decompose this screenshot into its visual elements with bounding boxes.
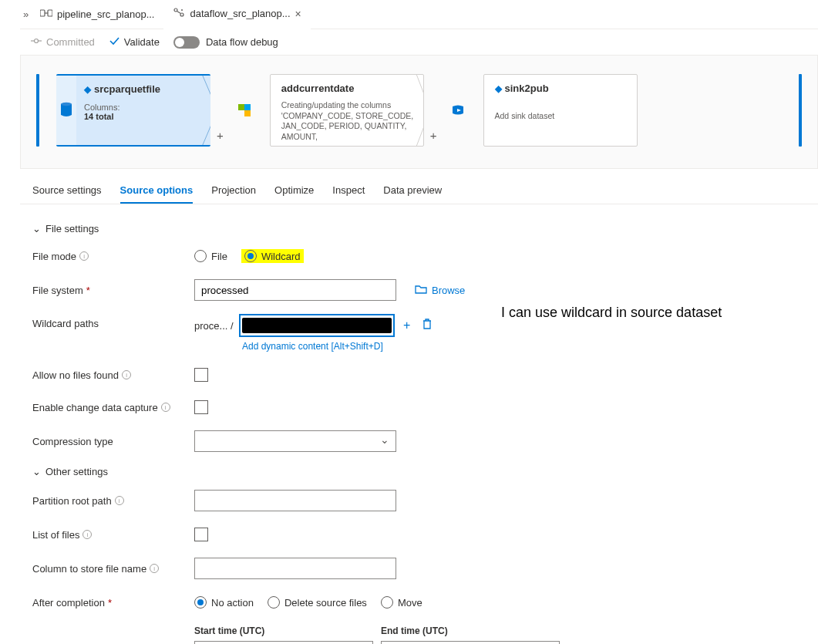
tab-data-preview[interactable]: Data preview xyxy=(383,184,442,204)
add-path-button[interactable]: + xyxy=(400,319,414,332)
chevron-down-icon: ⌄ xyxy=(32,466,41,477)
redacted-content xyxy=(242,318,392,333)
list-of-files-checkbox[interactable] xyxy=(194,528,208,541)
info-icon[interactable]: i xyxy=(79,251,89,261)
file-mode-file-radio[interactable]: File xyxy=(194,250,227,262)
add-step-button[interactable]: + xyxy=(217,129,224,147)
commit-icon xyxy=(31,35,42,49)
transform-icon xyxy=(236,102,253,119)
chevron-down-icon: ⌄ xyxy=(32,223,41,234)
start-time-input[interactable] xyxy=(194,641,373,644)
info-icon[interactable]: i xyxy=(161,403,170,412)
end-time-input[interactable] xyxy=(381,641,560,644)
tab-dataflow[interactable]: dataflow_src_planop... × xyxy=(163,0,310,29)
committed-status: Committed xyxy=(31,35,95,49)
canvas-right-edge xyxy=(799,74,802,147)
pipeline-icon xyxy=(40,8,52,21)
source-db-icon xyxy=(59,101,73,120)
svg-point-4 xyxy=(180,13,183,16)
other-settings-section[interactable]: ⌄ Other settings xyxy=(32,466,806,477)
node-source[interactable]: ◆srcparquetfile Columns: 14 total xyxy=(56,74,210,147)
enable-cdc-checkbox[interactable] xyxy=(194,400,208,414)
validate-button[interactable]: Validate xyxy=(109,35,160,49)
info-icon[interactable]: i xyxy=(82,530,92,539)
source-config-tabs: Source settings Source options Projectio… xyxy=(20,169,818,204)
tab-source-options[interactable]: Source options xyxy=(120,184,194,204)
user-annotation: I can use wildcard in source dataset xyxy=(501,305,722,321)
svg-rect-11 xyxy=(238,104,244,110)
node-derived-column[interactable]: addcurrentdate Creating/updating the col… xyxy=(270,74,424,147)
start-time-label: Start time (UTC) xyxy=(194,625,373,636)
node-connector-icon xyxy=(416,74,424,147)
dataflow-toolbar: Committed Validate Data flow debug xyxy=(20,29,818,55)
add-dynamic-content-link[interactable]: Add dynamic content [Alt+Shift+D] xyxy=(242,341,434,352)
svg-point-9 xyxy=(61,102,72,105)
svg-point-6 xyxy=(35,39,39,43)
folder-icon xyxy=(415,284,427,297)
canvas-left-edge xyxy=(36,74,39,147)
debug-toggle[interactable] xyxy=(173,36,200,49)
info-icon[interactable]: i xyxy=(150,564,159,573)
debug-label: Data flow debug xyxy=(206,36,278,48)
svg-rect-13 xyxy=(244,104,251,110)
info-icon[interactable]: i xyxy=(122,370,131,379)
wildcard-prefix: proce... / xyxy=(194,320,234,332)
column-store-filename-input[interactable] xyxy=(194,558,396,579)
sink-arrow-icon xyxy=(449,102,466,119)
svg-point-3 xyxy=(174,8,177,12)
file-mode-wildcard-radio[interactable]: Wildcard xyxy=(241,249,304,263)
after-completion-delete-radio[interactable]: Delete source files xyxy=(268,596,367,609)
end-time-label: End time (UTC) xyxy=(381,625,574,636)
allow-no-files-checkbox[interactable] xyxy=(194,368,208,382)
svg-rect-12 xyxy=(244,110,251,116)
after-completion-move-radio[interactable]: Move xyxy=(381,596,422,609)
node-connector-icon xyxy=(201,74,210,147)
tab-pipeline-label: pipeline_src_planop... xyxy=(57,8,154,20)
add-step-button[interactable]: + xyxy=(430,129,437,147)
close-icon[interactable]: × xyxy=(295,8,301,20)
wildcard-path-input[interactable] xyxy=(240,315,394,336)
tab-source-settings[interactable]: Source settings xyxy=(32,184,102,204)
editor-tabs-bar: » pipeline_src_planop... dataflow_src_pl… xyxy=(20,0,818,29)
compression-select[interactable] xyxy=(194,430,396,452)
file-settings-section[interactable]: ⌄ File settings xyxy=(32,223,806,234)
tabs-overflow-icon[interactable]: » xyxy=(20,8,31,20)
dataflow-canvas: ◆srcparquetfile Columns: 14 total + addc… xyxy=(20,55,818,169)
tab-dataflow-label: dataflow_src_planop... xyxy=(190,8,290,19)
check-icon xyxy=(109,35,120,49)
after-completion-noaction-radio[interactable]: No action xyxy=(194,596,254,609)
tab-pipeline[interactable]: pipeline_src_planop... xyxy=(31,0,163,29)
node-sink[interactable]: ◆sink2pub Add sink dataset xyxy=(483,74,638,147)
svg-rect-1 xyxy=(48,10,52,16)
dataflow-icon xyxy=(173,7,185,20)
parquet-icon: ◆ xyxy=(84,84,91,95)
browse-button[interactable]: Browse xyxy=(415,284,465,297)
svg-point-5 xyxy=(181,9,183,11)
tab-optimize[interactable]: Optimize xyxy=(274,184,314,204)
source-options-form: ⌄ File settings File modei File Wildcard… xyxy=(20,204,818,644)
partition-root-input[interactable] xyxy=(194,490,396,511)
sink-icon: ◆ xyxy=(495,83,502,94)
tab-projection[interactable]: Projection xyxy=(211,184,256,204)
svg-rect-0 xyxy=(40,10,45,16)
svg-marker-10 xyxy=(201,74,210,147)
tab-inspect[interactable]: Inspect xyxy=(332,184,365,204)
info-icon[interactable]: i xyxy=(115,496,124,505)
file-system-input[interactable] xyxy=(194,279,396,301)
delete-path-button[interactable] xyxy=(420,318,434,333)
